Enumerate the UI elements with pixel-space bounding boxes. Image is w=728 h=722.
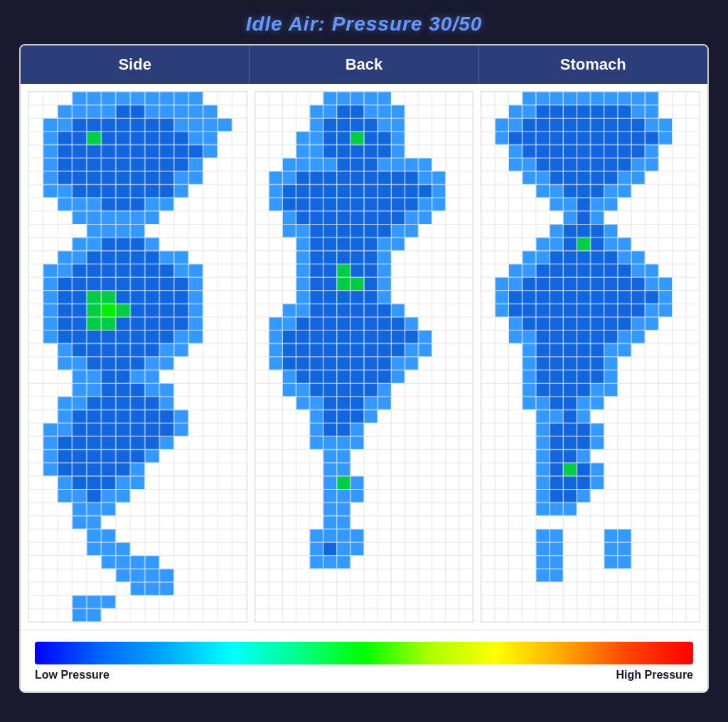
heatmap-stomach [481, 91, 700, 623]
main-container: Side Back Stomach Low Pressure High Pres… [19, 44, 709, 693]
heatmap-side [28, 91, 247, 623]
heatmap-row [21, 84, 707, 630]
low-pressure-label: Low Pressure [35, 669, 109, 681]
legend-bar [35, 642, 693, 664]
legend-area: Low Pressure High Pressure [21, 630, 707, 691]
header-back: Back [250, 45, 478, 84]
header-stomach: Stomach [479, 45, 707, 84]
header-side: Side [21, 45, 250, 84]
heatmap-back [255, 91, 474, 623]
header-row: Side Back Stomach [21, 45, 707, 84]
high-pressure-label: High Pressure [616, 669, 693, 681]
page-title: Idle Air: Pressure 30/50 [246, 13, 483, 36]
legend-labels: Low Pressure High Pressure [35, 669, 693, 681]
